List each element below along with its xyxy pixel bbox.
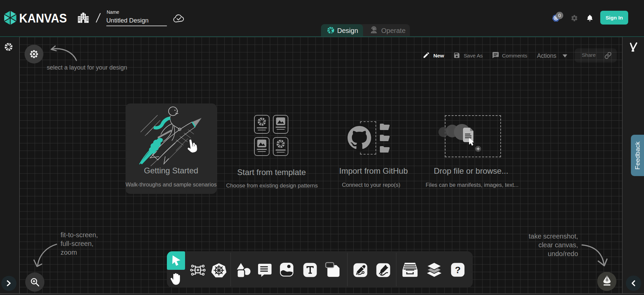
svg-text:?: ? (455, 265, 461, 275)
